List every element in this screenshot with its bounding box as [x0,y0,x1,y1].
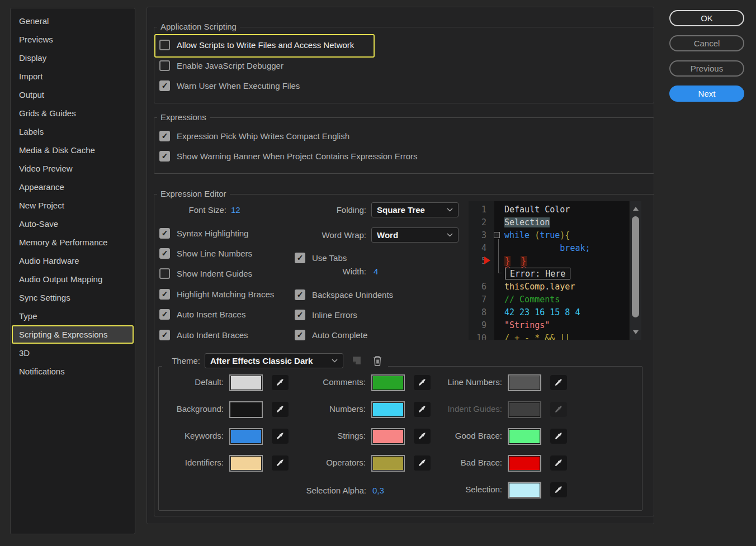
line-number: 2 [469,217,493,227]
scroll-thumb[interactable] [632,216,639,317]
row-use-tabs[interactable]: Use Tabs [295,251,347,264]
sidebar-item-label: Audio Output Mapping [19,274,102,284]
tab-width-label: Width: [313,267,366,276]
folding-dropdown-value: Square Tree [377,205,425,215]
checkbox-highlight-matching-braces[interactable] [159,289,170,300]
sidebar-item-notifications[interactable]: Notifications [12,362,134,381]
row-warn-user-when-executing-files[interactable]: Warn User When Executing Files [159,79,300,92]
checkbox-label: Expression Pick Whip Writes Compact Engl… [177,131,349,141]
sidebar-item-display[interactable]: Display [12,49,134,67]
row-highlight-matching-braces[interactable]: Highlight Matching Braces [159,288,274,300]
scroll-down-arrow-icon[interactable] [633,330,639,334]
button-label: Cancel [694,39,720,48]
row-show-line-numbers[interactable]: Show Line Numbers [159,247,252,259]
row-backspace-unindents[interactable]: Backspace Unindents [295,288,393,301]
word-wrap-dropdown-value: Word [377,230,398,240]
checkbox-syntax-highlighting[interactable] [159,228,170,239]
sidebar-item-media-and-disk-cache[interactable]: Media & Disk Cache [12,141,134,159]
row-show-warning-banner-when-project-contains-expression-errors[interactable]: Show Warning Banner When Project Contain… [159,150,417,162]
row-expression-pick-whip-writes-compact-english[interactable]: Expression Pick Whip Writes Compact Engl… [159,130,349,142]
sidebar-item-scripting-and-expressions[interactable]: Scripting & Expressions [12,325,134,344]
checkbox-show-line-numbers[interactable] [159,248,170,259]
scrollbar[interactable] [630,201,641,340]
theme-dropdown[interactable]: After Effects Classic Dark [205,353,343,368]
sidebar-item-label: Type [19,311,37,321]
checkbox-label: Backspace Unindents [312,290,393,300]
sidebar-item-grids-and-guides[interactable]: Grids & Guides [12,104,134,122]
sidebar-item-video-preview[interactable]: Video Preview [12,159,134,178]
sidebar-item-labels[interactable]: Labels [12,122,134,141]
checkbox-expression-pick-whip-writes-compact-english[interactable] [159,131,170,141]
scroll-up-arrow-icon[interactable] [633,207,639,211]
ok-button[interactable]: OK [669,10,744,26]
checkbox-auto-indent-braces[interactable] [159,330,170,340]
sidebar-item-label: Notifications [19,367,65,376]
sidebar-item-output[interactable]: Output [12,86,134,104]
checkbox-use-tabs[interactable] [295,253,305,263]
checkbox-label: Auto Indent Braces [177,330,248,340]
line-number: 10 [469,333,493,340]
sidebar-item-type[interactable]: Type [12,307,134,325]
checkbox-auto-complete[interactable] [295,330,305,340]
sidebar-item-label: Memory & Performance [19,238,107,247]
row-auto-complete[interactable]: Auto Complete [295,329,367,341]
sidebar-item-auto-save[interactable]: Auto-Save [12,215,134,233]
chevron-down-icon [332,359,338,363]
row-syntax-highlighting[interactable]: Syntax Highlighting [159,227,248,239]
row-show-indent-guides[interactable]: Show Indent Guides [159,267,252,279]
word-wrap-dropdown[interactable]: Word [371,227,459,243]
checkbox-auto-insert-braces[interactable] [159,309,170,320]
sidebar-item-label: Import [19,72,43,81]
row-enable-javascript-debugger[interactable]: Enable JavaScript Debugger [159,59,284,72]
sidebar-item-label: New Project [19,201,64,210]
checkbox-backspace-unindents[interactable] [295,289,305,300]
sidebar-item-3d[interactable]: 3D [12,344,134,362]
sidebar-item-audio-hardware[interactable]: Audio Hardware [12,251,134,270]
sidebar-item-general[interactable]: General [12,12,134,30]
checkbox-label: Inline Errors [312,310,357,320]
row-allow-scripts-to-write-files-and-access-network[interactable]: Allow Scripts to Write Files and Access … [159,39,354,51]
checkbox-label: Use Tabs [312,253,347,263]
sidebar-item-new-project[interactable]: New Project [12,196,134,215]
checkbox-show-warning-banner-when-project-contains-expression-errors[interactable] [159,151,170,162]
tab-width-value[interactable]: 4 [374,267,378,276]
checkbox-enable-javascript-debugger[interactable] [159,60,170,71]
previous-button[interactable]: Previous [669,60,744,77]
theme-row: Theme: After Effects Classic Dark [162,351,388,370]
line-number: 4 [469,243,493,253]
sidebar-item-label: Video Preview [19,164,73,173]
sidebar-item-label: Display [19,53,46,63]
checkbox-inline-errors[interactable] [295,310,305,320]
theme-dropdown-value: After Effects Classic Dark [210,356,313,365]
line-number: 3 [469,230,493,240]
sidebar-item-sync-settings[interactable]: Sync Settings [12,288,134,307]
checkbox-label: Warn User When Executing Files [177,81,300,91]
line-number: 1 [469,205,493,215]
row-auto-indent-braces[interactable]: Auto Indent Braces [159,329,248,341]
chevron-down-icon [447,233,453,237]
row-auto-insert-braces[interactable]: Auto Insert Braces [159,308,245,320]
duplicate-theme-icon[interactable] [349,353,364,368]
checkbox-allow-scripts-to-write-files-and-access-network[interactable] [159,40,170,50]
error-tooltip: Error: Here [505,268,570,279]
sidebar-item-memory-and-performance[interactable]: Memory & Performance [12,233,134,251]
sidebar-item-import[interactable]: Import [12,67,134,86]
checkbox-warn-user-when-executing-files[interactable] [159,80,170,91]
cancel-button[interactable]: Cancel [669,35,744,51]
sidebar-item-label: Previews [19,35,53,44]
chevron-down-icon [447,208,453,212]
sidebar-item-label: Sync Settings [19,293,70,302]
delete-theme-icon[interactable] [370,353,385,368]
next-button[interactable]: Next [669,86,744,102]
sidebar-item-appearance[interactable]: Appearance [12,178,134,196]
group-title: Expression Editor [157,189,230,198]
row-inline-errors[interactable]: Inline Errors [295,308,357,321]
sidebar-item-previews[interactable]: Previews [12,30,134,49]
font-size-value[interactable]: 12 [231,205,240,215]
line-number: 8 [469,307,493,317]
sidebar-item-label: Media & Disk Cache [19,145,95,155]
checkbox-show-indent-guides[interactable] [159,268,170,279]
folding-dropdown[interactable]: Square Tree [371,202,459,217]
sidebar-item-audio-output-mapping[interactable]: Audio Output Mapping [12,270,134,288]
fold-collapse-icon: − [494,232,500,238]
